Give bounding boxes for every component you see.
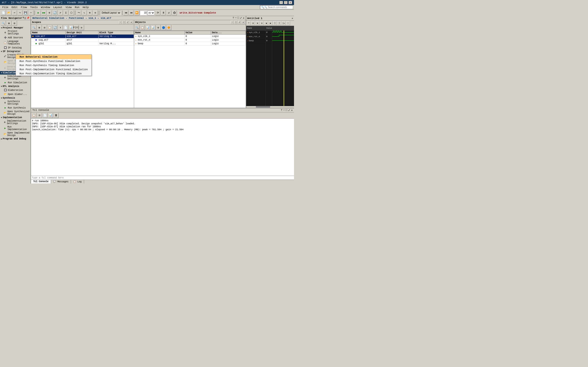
nav-run-simulation[interactable]: ▶ Run Simulation bbox=[0, 81, 31, 85]
nav-run-synthesis[interactable]: ▶ Run Synthesis bbox=[0, 106, 31, 110]
ctx-post-synth-timing[interactable]: Run Post-Synthesis Timing Simulation bbox=[16, 63, 91, 67]
project-manager-header[interactable]: Project Manager bbox=[0, 26, 31, 30]
wave-scrollbar[interactable] bbox=[246, 106, 294, 108]
nav-search-btn[interactable]: 🔍 bbox=[1, 21, 6, 26]
objects-tb1[interactable]: 📋 bbox=[140, 25, 145, 30]
nav-collapse-btn[interactable]: ⊟ bbox=[12, 21, 17, 26]
wave-tb-zoom-fit[interactable]: ⊡ bbox=[251, 21, 255, 25]
sim-maximize-icon[interactable]: □ bbox=[237, 17, 239, 19]
scopes-tb9[interactable]: ⊙ bbox=[79, 25, 84, 30]
save-button[interactable]: 💾 bbox=[23, 10, 28, 15]
step-back-button[interactable]: ⏮ bbox=[123, 10, 128, 15]
nav-open-synthesized[interactable]: 📂 Open Synthesized Design bbox=[0, 110, 31, 116]
objects-content[interactable]: Name Value Data... ⬧ sy bbox=[134, 31, 246, 108]
scopes-tb4[interactable]: 🔄 bbox=[52, 25, 58, 30]
cursor-button[interactable]: ↖ bbox=[82, 10, 87, 15]
zoom-out-button[interactable]: ⊖ bbox=[93, 10, 98, 15]
wave-tb-cursor1[interactable]: | bbox=[273, 21, 277, 25]
sim-button[interactable]: 🔄 bbox=[52, 10, 57, 15]
wave-button[interactable]: 〜 bbox=[76, 10, 81, 15]
scopes-tb3[interactable]: 📋 bbox=[47, 25, 52, 30]
scopes-tb5[interactable]: ⬆ bbox=[58, 25, 63, 30]
nav-open-implemented[interactable]: 📂 Open Implemented Design bbox=[0, 131, 31, 137]
menu-window[interactable]: Window bbox=[40, 6, 52, 9]
obj-col-value[interactable]: Value bbox=[184, 31, 211, 35]
nav-open-elaborated[interactable]: 📂 Open Elabor... bbox=[0, 92, 31, 96]
open-button[interactable]: 📂 bbox=[6, 10, 11, 15]
sim-minimize-icon[interactable]: ─ bbox=[235, 17, 237, 19]
redo-button[interactable]: ↪ bbox=[17, 10, 23, 15]
step-fwd-button[interactable]: ⏭ bbox=[129, 10, 134, 15]
objects-tb6[interactable]: 🔶 bbox=[166, 25, 171, 30]
restart-button[interactable]: ⟳ bbox=[155, 10, 160, 15]
table-row[interactable]: ■ glbl glbl Verilog M... bbox=[31, 42, 134, 46]
wave-close-btn[interactable]: ✕ bbox=[292, 17, 293, 20]
wave-tb-cursor4[interactable]: ↕ bbox=[286, 21, 290, 25]
nav-add-sources[interactable]: ➕ Add Sources bbox=[0, 35, 31, 40]
console-input-area[interactable] bbox=[31, 176, 294, 180]
objects-maximize[interactable]: □ bbox=[234, 21, 237, 24]
wave-tb-zoom-out[interactable]: ⊖ bbox=[260, 21, 264, 25]
console-tb2[interactable]: ⊡ bbox=[37, 113, 42, 118]
menu-help[interactable]: Help bbox=[81, 6, 90, 9]
nav-impl-settings[interactable]: ⚙ Implementation Settings bbox=[0, 119, 31, 125]
scopes-tb2[interactable]: ⊟ bbox=[42, 25, 47, 30]
close-button[interactable]: ✕ bbox=[288, 1, 292, 4]
new-button[interactable]: 📄 bbox=[1, 10, 6, 15]
console-maximize[interactable]: □ bbox=[286, 109, 287, 112]
layout-select[interactable]: Default Layout bbox=[100, 10, 121, 15]
scopes-popout[interactable]: ⤢ bbox=[126, 21, 129, 24]
nav-ip-catalog[interactable]: 🔲 IP Catalog bbox=[0, 46, 31, 50]
wave-hscroll-track[interactable] bbox=[246, 106, 294, 108]
wave-diagram-area[interactable] bbox=[272, 26, 294, 106]
undo-button[interactable]: ↩ bbox=[12, 10, 17, 15]
tab-log[interactable]: 📋 Log bbox=[71, 180, 84, 184]
objects-close[interactable]: ✕ bbox=[242, 21, 245, 24]
objects-minimize[interactable]: ─ bbox=[231, 21, 234, 24]
objects-tb3[interactable]: 📊 bbox=[150, 25, 156, 30]
maximize-button[interactable]: □ bbox=[284, 1, 288, 4]
scopes-close[interactable]: ✕ bbox=[130, 21, 133, 24]
objects-tb5[interactable]: 🔵 bbox=[161, 25, 166, 30]
scopes-col-block[interactable]: Block Type bbox=[98, 31, 134, 35]
flow-nav-expand[interactable]: ◫ bbox=[24, 17, 26, 19]
scopes-search-btn[interactable]: 🔍 bbox=[32, 25, 36, 30]
ctx-post-impl-func[interactable]: Run Post-Implementation Functional Simul… bbox=[16, 67, 91, 72]
wave-tb-scroll-left[interactable]: ◀ bbox=[264, 21, 268, 25]
menu-file[interactable]: File bbox=[1, 6, 10, 9]
scopes-tb6[interactable]: 📄 bbox=[63, 25, 68, 30]
cut-button[interactable]: ✂ bbox=[28, 10, 34, 15]
step2-button[interactable]: ⏩ bbox=[134, 10, 139, 15]
menu-view[interactable]: View bbox=[64, 6, 73, 9]
ctx-post-impl-timing[interactable]: Run Post-Implementation Timing Simulatio… bbox=[16, 72, 91, 76]
wave-sig-row-0[interactable]: ⬧ syn_clk_i bbox=[246, 31, 266, 35]
wave-tb-add[interactable]: + bbox=[247, 21, 251, 25]
scopes-tb8[interactable]: F(X) bbox=[74, 25, 79, 30]
table-row[interactable]: ⬧ exn_rst_n 0 Logic bbox=[134, 38, 246, 42]
nav-synth-settings[interactable]: ⚙ Synthesis Settings bbox=[0, 100, 31, 106]
flow-nav-pin[interactable]: 📌 bbox=[26, 17, 30, 19]
nav-elaboration[interactable]: 🔲 Elaboration bbox=[0, 88, 31, 92]
console-tb5[interactable]: 🗑 bbox=[53, 113, 59, 118]
scopes-maximize[interactable]: □ bbox=[122, 21, 126, 24]
time-unit-select[interactable]: us ns bbox=[147, 10, 155, 15]
scopes-col-design[interactable]: Design Unit bbox=[66, 31, 99, 35]
wave-hscroll-thumb[interactable] bbox=[256, 106, 270, 108]
wave-tb-scroll-right[interactable]: ▶ bbox=[268, 21, 273, 25]
tab-messages[interactable]: 💬 Messages bbox=[51, 180, 71, 184]
menu-tools[interactable]: Tools bbox=[29, 6, 39, 9]
wave-tb-cursor2[interactable]: | bbox=[277, 21, 281, 25]
synthesis-header[interactable]: Synthesis bbox=[0, 96, 31, 100]
scopes-tb1[interactable]: ⊞ bbox=[37, 25, 42, 30]
pause-button[interactable]: ⏸ bbox=[161, 10, 166, 15]
wave-tb-cursor3[interactable]: |⇔ bbox=[282, 21, 286, 25]
obj-col-data[interactable]: Data... bbox=[211, 31, 246, 35]
rtl-analysis-header[interactable]: RTL Analysis bbox=[0, 85, 31, 88]
table-row[interactable]: ■ uug_at7 att7 bbox=[31, 38, 134, 42]
minimize-button[interactable]: ─ bbox=[279, 1, 283, 4]
obj-col-name[interactable]: Name bbox=[134, 31, 184, 35]
run-all-button[interactable]: ▶▶ bbox=[41, 10, 46, 15]
sim-popout-icon[interactable]: ⤢ bbox=[240, 17, 242, 19]
refresh-button[interactable]: ↺ bbox=[166, 10, 171, 15]
console-minimize[interactable]: ─ bbox=[283, 109, 285, 112]
